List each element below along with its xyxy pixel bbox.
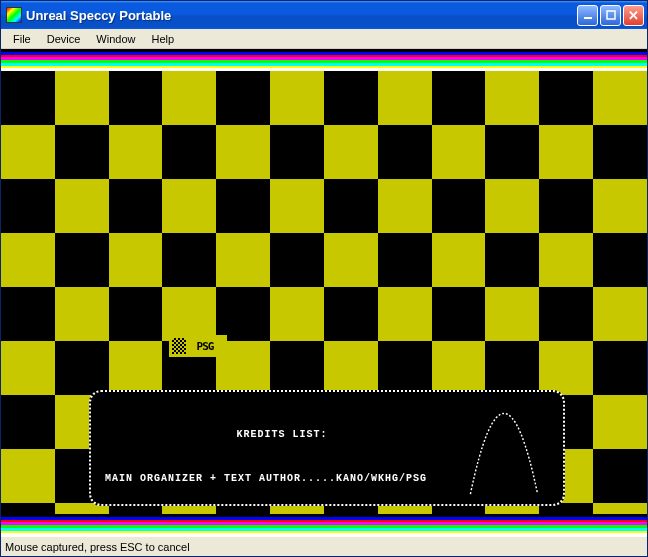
menubar: File Device Window Help	[1, 29, 647, 49]
app-icon	[6, 7, 22, 23]
menu-window[interactable]: Window	[88, 31, 143, 47]
titlebar[interactable]: Unreal Speccy Portable ✕	[1, 1, 647, 29]
application-window: Unreal Speccy Portable ✕ File Device Win…	[0, 0, 648, 557]
border-stripes-bottom	[1, 514, 647, 536]
window-controls: ✕	[577, 5, 644, 26]
window-title: Unreal Speccy Portable	[26, 8, 577, 23]
credits-title: KREDITS LIST:	[105, 428, 459, 442]
psg-logo: PSG	[169, 335, 227, 357]
credits-text: KREDITS LIST: MAIN ORGANIZER + TEXT AUTH…	[105, 400, 459, 496]
menu-file[interactable]: File	[5, 31, 39, 47]
close-button[interactable]: ✕	[623, 5, 644, 26]
svg-rect-0	[584, 17, 592, 19]
svg-rect-1	[607, 11, 615, 19]
minimize-button[interactable]	[577, 5, 598, 26]
curve-graphic	[459, 400, 549, 496]
status-text: Mouse captured, press ESC to cancel	[5, 541, 190, 553]
menu-device[interactable]: Device	[39, 31, 89, 47]
border-stripes-top	[1, 49, 647, 71]
statusbar: Mouse captured, press ESC to cancel	[1, 536, 647, 556]
credits-line: MAIN ORGANIZER + TEXT AUTHOR.....KANO/WK…	[105, 472, 459, 486]
menu-help[interactable]: Help	[143, 31, 182, 47]
maximize-button[interactable]	[600, 5, 621, 26]
credits-panel: KREDITS LIST: MAIN ORGANIZER + TEXT AUTH…	[89, 390, 565, 506]
emulator-screen[interactable]: PSG KREDITS LIST: MAIN ORGANIZER + TEXT …	[1, 49, 647, 536]
